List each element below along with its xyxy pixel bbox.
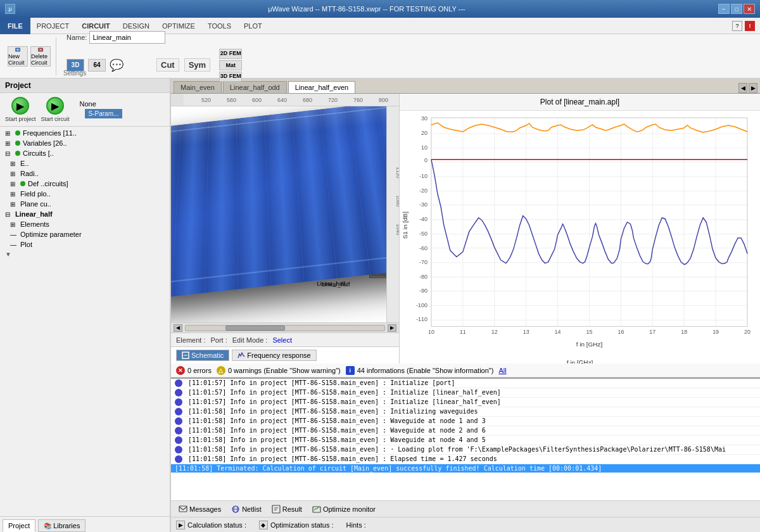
scroll-thumb[interactable] (225, 326, 285, 331)
tree-item-linear-half[interactable]: ⊟ Linear_half (0, 209, 170, 219)
info-count-item[interactable]: i 44 informations (Enable "Show informat… (346, 366, 494, 375)
netlist-tab-button[interactable]: Netlist (229, 504, 264, 515)
btn-3d-fem[interactable]: 3D FEM (219, 72, 242, 82)
tab-linear-half-odd[interactable]: Linear_half_odd (223, 81, 287, 93)
ruler-760: 760 (353, 97, 363, 103)
tree-item-optimize-param[interactable]: — Optimize parameter (0, 229, 170, 239)
sym-button[interactable]: Sym (184, 58, 210, 72)
wg0-label-pos: wg_0 (236, 281, 250, 288)
tree-item-elements[interactable]: ⊞ Elements (0, 219, 170, 229)
ruler-640: 640 (277, 97, 287, 103)
ruler-680: 680 (303, 97, 312, 103)
help-icon[interactable]: ? (732, 21, 742, 31)
optimize-monitor-button[interactable]: Optimize monitor (310, 504, 378, 515)
minimize-button[interactable]: − (718, 4, 730, 14)
arrow-right: ▶ (299, 262, 306, 272)
tab-main-even[interactable]: Main_even (174, 81, 222, 93)
tab-linear-half-even[interactable]: Linear_half_even (288, 81, 355, 93)
tree-item-plot[interactable]: — Plot (0, 239, 170, 250)
circuit-name-input[interactable] (89, 31, 165, 44)
expand-icon: ⊞ (10, 191, 18, 198)
svg-rect-73 (179, 506, 187, 512)
canvas-chart-area: 520 560 600 640 680 720 760 800 840 880 … (171, 94, 760, 364)
3d-edge (171, 106, 399, 134)
svg-text:-50: -50 (419, 231, 428, 237)
close-button[interactable]: ✕ (744, 4, 755, 14)
tree-item-radiation[interactable]: ⊞ Radi.. (0, 168, 170, 179)
project-tree: ⊞ Frequencies [11.. ⊞ Variables [26.. ⊟ … (0, 127, 170, 516)
tree-item-variables[interactable]: ⊞ Variables [26.. (0, 138, 170, 148)
tree-item-circuits[interactable]: ⊟ Circuits [.. (0, 148, 170, 158)
all-link[interactable]: All (498, 367, 506, 374)
menu-plot[interactable]: PLOT (238, 18, 269, 34)
tree-item-planecut[interactable]: ⊞ Plane cu.. (0, 199, 170, 209)
tab-scroll-right[interactable]: ▶ (749, 83, 757, 93)
result-icon (272, 505, 281, 514)
app-title: μWave Wizard -- MTT-86-S158.xwpr -- FOR … (15, 5, 718, 13)
project-controls: ▶ Start project ▶ Start circuit None S-P… (0, 93, 170, 127)
filter-elem (320, 263, 327, 271)
menu-tools[interactable]: TOOLS (201, 18, 238, 34)
svg-text:S1 in [dB]: S1 in [dB] (402, 212, 408, 239)
log-time-7: [11:01:58] (188, 446, 226, 453)
result-tab-button[interactable]: Result (269, 504, 305, 515)
tree-label: Linear_half (15, 210, 53, 218)
delete-circuit-label: Delete Circuit (31, 53, 50, 66)
tree-label: Def ..circuits] (28, 180, 68, 187)
messages-tab-button[interactable]: Messages (176, 504, 224, 515)
btn-2d-fem[interactable]: 2D FEM (219, 49, 242, 59)
error-icon: ✕ (176, 366, 185, 375)
new-circuit-button[interactable]: New Circuit (8, 46, 28, 66)
tree-item-fieldplot[interactable]: ⊞ Field plo.. (0, 189, 170, 199)
node-2a: 2 (272, 263, 280, 271)
freq-response-label: Frequency response (247, 352, 310, 359)
filter-elem (335, 263, 342, 271)
log-icon-3 (175, 408, 182, 415)
tree-item-frequencies[interactable]: ⊞ Frequencies [11.. (0, 128, 170, 138)
log-row-4: [11:01:58] Info in project [MTT-86-S158.… (171, 417, 760, 426)
hints-label: Hints : (346, 521, 366, 529)
expand-icon: ⊞ (10, 201, 18, 208)
tree-dot (15, 141, 20, 146)
maximize-button[interactable]: □ (731, 4, 742, 14)
tree-label: Optimize parameter (20, 231, 82, 238)
warning-count-item[interactable]: △ 0 warnings (Enable "Show warning") (217, 366, 341, 375)
warning-icon: △ (217, 366, 225, 375)
wg0-component (234, 255, 267, 278)
port1-circle (184, 254, 201, 272)
hints-status: Hints : (346, 521, 366, 529)
main-area: Project ▶ Start project ▶ Start circuit … (0, 79, 760, 532)
start-circuit-icon: ▶ (46, 97, 64, 115)
freq-response-tab[interactable]: Frequency response (232, 350, 316, 361)
scroll-left-btn[interactable]: ◀ (174, 324, 182, 332)
cut-button[interactable]: Cut (156, 58, 179, 72)
start-circuit-button[interactable]: ▶ Start circuit (41, 97, 70, 122)
tab-libraries[interactable]: 📚 Libraries (38, 519, 86, 532)
scroll-right-btn[interactable]: ▶ (388, 324, 396, 332)
btn-mat[interactable]: Mat (219, 60, 242, 70)
error-count-item[interactable]: ✕ 0 errors (176, 366, 212, 375)
start-project-button[interactable]: ▶ Start project (5, 97, 36, 122)
s-param-button[interactable]: S-Param... (85, 109, 123, 118)
svg-text:-70: -70 (419, 259, 428, 265)
chat-icon[interactable]: 💬 (110, 58, 124, 72)
node-1a: 1 (205, 263, 213, 271)
circuit-canvas[interactable]: 1120 1080 1040 Port 1 (171, 106, 399, 322)
tree-item-excitation[interactable]: ⊞ E.. (0, 158, 170, 168)
log-icon-1 (175, 389, 182, 396)
log-text-3: Info in project [MTT-86-S158.main_even] … (230, 408, 478, 415)
tab-scroll-left[interactable]: ◀ (738, 83, 747, 93)
btn-64[interactable]: 64 (88, 59, 106, 72)
tree-item-def[interactable]: ⊞ Def ..circuits] (0, 179, 170, 189)
svg-text:-40: -40 (419, 216, 428, 222)
optim-indicator: ◆ (259, 521, 268, 529)
svg-text:-30: -30 (419, 201, 428, 208)
tab-project[interactable]: Project (3, 519, 35, 532)
node-4: 4 (357, 263, 365, 271)
svg-rect-7 (241, 262, 248, 271)
schematic-tab[interactable]: Schematic (176, 350, 229, 361)
scroll-track[interactable] (185, 325, 385, 331)
menu-file[interactable]: FILE (0, 18, 30, 34)
element-label: Element : (176, 336, 205, 344)
delete-circuit-button[interactable]: Delete Circuit (30, 46, 51, 66)
